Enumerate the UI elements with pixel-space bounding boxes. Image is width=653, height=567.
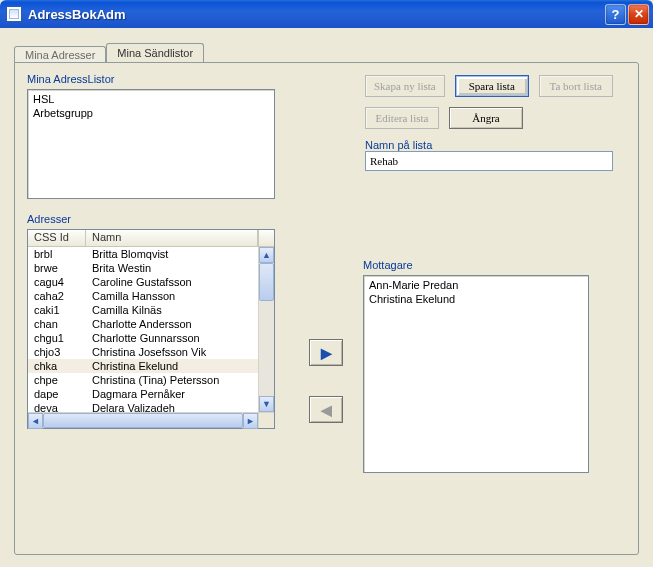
scroll-right-icon[interactable]: ►: [243, 413, 258, 429]
scroll-down-icon[interactable]: ▼: [259, 396, 274, 412]
skapa-ny-lista-button: Skapa ny lista: [365, 75, 445, 97]
table-row[interactable]: chkaChristina Ekelund: [28, 359, 258, 373]
mottagare-listbox[interactable]: Ann-Marie Predan Christina Ekelund: [363, 275, 589, 473]
table-header: CSS Id Namn: [28, 230, 274, 247]
table-row[interactable]: brweBrita Westin: [28, 261, 258, 275]
scroll-left-icon[interactable]: ◄: [28, 413, 43, 429]
table-row[interactable]: caha2Camilla Hansson: [28, 289, 258, 303]
help-button[interactable]: ?: [605, 4, 626, 25]
app-icon: [6, 6, 22, 22]
adresslistor-listbox[interactable]: HSL Arbetsgrupp: [27, 89, 275, 199]
spara-lista-button[interactable]: Spara lista: [455, 75, 529, 97]
table-row[interactable]: cagu4Caroline Gustafsson: [28, 275, 258, 289]
tab-mina-sandlistor[interactable]: Mina Sändlistor: [106, 43, 204, 63]
list-item[interactable]: Christina Ekelund: [367, 292, 585, 306]
label-mina-adresslistor: Mina AdressListor: [27, 73, 275, 85]
scroll-up-icon[interactable]: ▲: [259, 247, 274, 263]
mottagare-section: Mottagare Ann-Marie Predan Christina Eke…: [363, 259, 589, 473]
arrow-left-icon: ◀: [321, 402, 332, 418]
action-buttons: Skapa ny lista Spara lista Ta bort lista…: [365, 75, 613, 171]
list-item[interactable]: Arbetsgrupp: [31, 106, 271, 120]
transfer-buttons: ▶ ◀: [309, 339, 343, 423]
table-row[interactable]: brblBritta Blomqvist: [28, 247, 258, 261]
title-bar: AdressBokAdm ? ✕: [0, 0, 653, 28]
table-body: brblBritta Blomqvist brweBrita Westin ca…: [28, 247, 258, 412]
table-row[interactable]: devaDelara Valizadeh: [28, 401, 258, 412]
ta-bort-lista-button: Ta bort lista: [539, 75, 613, 97]
horizontal-scrollbar[interactable]: ◄ ►: [28, 412, 274, 428]
header-namn[interactable]: Namn: [86, 230, 258, 246]
table-row[interactable]: chjo3Christina Josefsson Vik: [28, 345, 258, 359]
remove-recipient-button[interactable]: ◀: [309, 396, 343, 423]
table-row[interactable]: dapeDagmara Pernåker: [28, 387, 258, 401]
angra-button[interactable]: Ångra: [449, 107, 523, 129]
scroll-thumb[interactable]: [43, 413, 243, 428]
list-name-input[interactable]: [365, 151, 613, 171]
left-column: Mina AdressListor HSL Arbetsgrupp Adress…: [27, 73, 275, 429]
list-item[interactable]: HSL: [31, 92, 271, 106]
header-scroll-spacer: [258, 230, 274, 246]
add-recipient-button[interactable]: ▶: [309, 339, 343, 366]
close-button[interactable]: ✕: [628, 4, 649, 25]
header-cssid[interactable]: CSS Id: [28, 230, 86, 246]
table-row[interactable]: chanCharlotte Andersson: [28, 317, 258, 331]
window-title: AdressBokAdm: [28, 7, 603, 22]
adresser-table[interactable]: CSS Id Namn brblBritta Blomqvist brweBri…: [27, 229, 275, 429]
tab-panel: Mina AdressListor HSL Arbetsgrupp Adress…: [14, 62, 639, 555]
label-mottagare: Mottagare: [363, 259, 589, 271]
label-namn-pa-lista: Namn på lista: [365, 139, 613, 151]
client-area: Mina Adresser Mina Sändlistor Mina Adres…: [0, 28, 653, 567]
table-row[interactable]: caki1Camilla Kilnäs: [28, 303, 258, 317]
table-row[interactable]: chgu1Charlotte Gunnarsson: [28, 331, 258, 345]
label-adresser: Adresser: [27, 213, 275, 225]
table-row[interactable]: chpeChristina (Tina) Petersson: [28, 373, 258, 387]
arrow-right-icon: ▶: [321, 345, 332, 361]
scroll-thumb[interactable]: [259, 263, 274, 301]
list-item[interactable]: Ann-Marie Predan: [367, 278, 585, 292]
tab-strip: Mina Adresser Mina Sändlistor: [14, 40, 639, 62]
scroll-corner: [258, 413, 274, 428]
vertical-scrollbar[interactable]: ▲ ▼: [258, 247, 274, 412]
editera-lista-button: Editera lista: [365, 107, 439, 129]
